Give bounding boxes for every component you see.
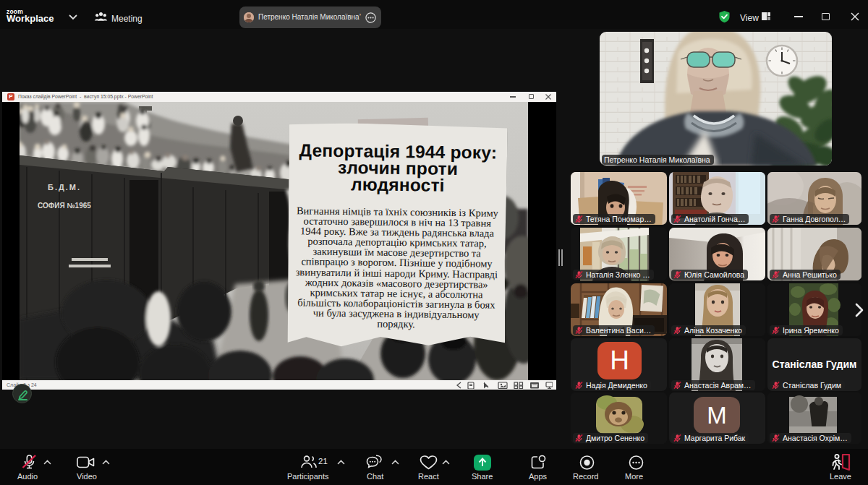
svg-text:Б.Д.М.: Б.Д.М. — [48, 183, 81, 192]
svg-text:СОФИЯ №1965: СОФИЯ №1965 — [38, 202, 91, 210]
